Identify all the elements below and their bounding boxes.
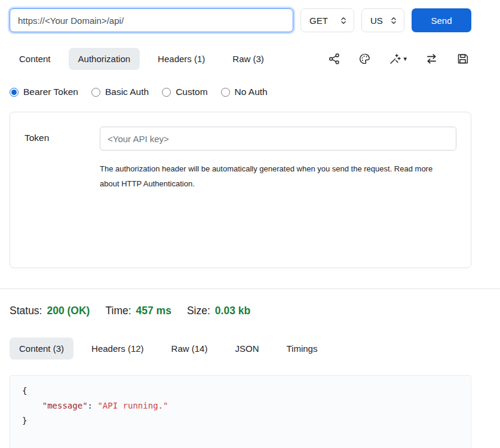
status-bar: Status: 200 (OK) Time: 457 ms Size: 0.03… [10, 305, 471, 317]
response-body: { "message": "API running." } [10, 375, 471, 448]
auth-option-label: No Auth [235, 87, 268, 97]
token-input[interactable] [100, 127, 456, 151]
auth-option-label: Custom [176, 87, 207, 97]
tab-headers[interactable]: Headers (1) [148, 48, 214, 70]
response-tabs: Content (3) Headers (12) Raw (14) JSON T… [10, 337, 471, 360]
token-panel: Token The authorization header will be a… [10, 112, 471, 268]
toolbar: ▾ [328, 52, 471, 66]
section-divider [0, 289, 500, 289]
tab-response-timings[interactable]: Timings [277, 337, 327, 360]
request-bar: GET US Send [10, 8, 471, 32]
size-value: 0.03 kb [215, 305, 250, 317]
tab-raw[interactable]: Raw (3) [223, 48, 274, 70]
tab-response-raw[interactable]: Raw (14) [162, 337, 217, 360]
auth-options: Bearer Token Basic Auth Custom No Auth [10, 87, 471, 97]
method-select-value: GET [309, 16, 328, 26]
region-select[interactable]: US [361, 8, 404, 32]
radio-icon [221, 88, 230, 97]
time-label: Time: [105, 305, 131, 317]
tab-authorization[interactable]: Authorization [69, 48, 140, 70]
tab-response-json[interactable]: JSON [225, 337, 268, 360]
token-label: Token [24, 127, 100, 253]
send-button[interactable]: Send [412, 8, 471, 32]
auth-option-bearer-token[interactable]: Bearer Token [10, 87, 78, 97]
save-icon[interactable] [456, 53, 469, 65]
tab-content[interactable]: Content [10, 48, 60, 70]
auth-option-basic-auth[interactable]: Basic Auth [91, 87, 149, 97]
auth-option-no-auth[interactable]: No Auth [221, 87, 268, 97]
token-panel-body: The authorization header will be automat… [100, 127, 456, 253]
select-updown-icon [339, 16, 348, 25]
tab-response-headers[interactable]: Headers (12) [82, 337, 154, 360]
url-input[interactable] [10, 8, 293, 32]
radio-icon [91, 88, 100, 97]
select-updown-icon [389, 16, 398, 25]
status-label: Status: [10, 305, 42, 317]
auth-option-label: Basic Auth [105, 87, 149, 97]
theme-palette-icon[interactable] [358, 53, 371, 65]
beautify-wand-icon[interactable]: ▾ [389, 53, 407, 65]
json-string-value: "API running." [97, 401, 168, 410]
region-select-value: US [370, 16, 383, 26]
json-open-brace: { [22, 386, 27, 395]
auth-help-text: The authorization header will be automat… [100, 161, 452, 192]
json-separator: : [88, 401, 98, 410]
request-tabs: Content Authorization Headers (1) Raw (3… [10, 48, 471, 70]
radio-icon [10, 88, 19, 97]
share-icon[interactable] [328, 53, 341, 65]
json-close-brace: } [22, 416, 27, 425]
swap-arrows-icon[interactable] [425, 52, 438, 66]
api-client-page: GET US Send Content Authorization Header… [0, 0, 500, 448]
method-select[interactable]: GET [300, 8, 354, 32]
caret-down-icon: ▾ [403, 55, 407, 63]
status-value: 200 (OK) [47, 305, 90, 317]
auth-option-custom[interactable]: Custom [162, 87, 207, 97]
tab-response-content[interactable]: Content (3) [10, 337, 73, 360]
size-label: Size: [187, 305, 210, 317]
radio-icon [162, 88, 171, 97]
time-value: 457 ms [136, 305, 171, 317]
auth-option-label: Bearer Token [23, 87, 78, 97]
json-key: "message" [42, 401, 88, 410]
